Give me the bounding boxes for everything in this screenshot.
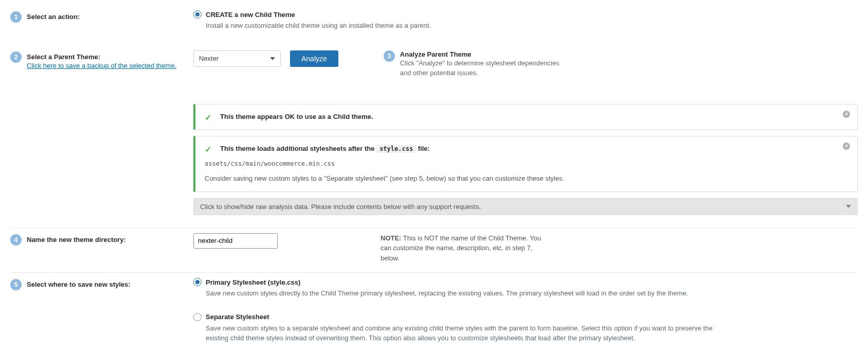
step-2-label: Select a Parent Theme: [27, 51, 176, 61]
section-name-directory: 4 Name the new theme directory: NOTE: Th… [10, 228, 858, 273]
step-4-label: Name the new theme directory: [27, 234, 126, 243]
step-1-content: CREATE a new Child Theme Install a new c… [193, 10, 858, 31]
check-icon: ✓ [205, 144, 211, 156]
analysis-alerts: ✓ This theme appears OK to use as a Chil… [193, 104, 858, 192]
chevron-down-icon [270, 57, 275, 60]
step-5-label: Select where to save new styles: [27, 279, 131, 288]
check-icon: ✓ [205, 112, 211, 125]
analyze-button[interactable]: Analyze [290, 50, 338, 67]
close-icon[interactable]: ✕ [843, 143, 850, 150]
theme-directory-input[interactable] [193, 233, 278, 249]
step-4-content: NOTE: This is NOT the name of the Child … [193, 233, 858, 264]
step-5-badge: 5 [10, 279, 22, 290]
alert2-para: Consider saving new custom styles to a "… [205, 173, 837, 184]
radio-icon [193, 313, 202, 321]
toggle-text: Click to show/hide raw analysis data. Pl… [200, 203, 481, 211]
alert-ok-text: This theme appears OK to use as a Child … [220, 113, 373, 120]
step-2-content: Nexter Analyze 3 Analyze Parent Theme Cl… [193, 50, 858, 215]
alert2-suffix: file: [418, 145, 430, 152]
alert2-line: This theme loads additional stylesheets … [220, 145, 430, 152]
section-parent-theme: 2 Select a Parent Theme: Click here to s… [10, 45, 858, 228]
step-3-block: 3 Analyze Parent Theme Click "Analyze" t… [384, 50, 559, 78]
step-5-header: 5 Select where to save new styles: [10, 278, 193, 290]
parent-theme-value: Nexter [199, 55, 219, 62]
step-2-badge: 2 [10, 51, 22, 63]
directory-note: NOTE: This is NOT the name of the Child … [381, 233, 550, 264]
note-label: NOTE: [381, 234, 401, 242]
step-3-desc: Click "Analyze" to determine stylesheet … [400, 58, 559, 78]
step-3-badge: 3 [384, 50, 395, 62]
primary-label: Primary Stylesheet (style.css) [206, 278, 300, 286]
radio-create-child-theme[interactable]: CREATE a new Child Theme [193, 10, 858, 19]
parent-theme-select[interactable]: Nexter [193, 50, 281, 67]
step-4-header: 4 Name the new theme directory: [10, 233, 193, 246]
close-icon[interactable]: ✕ [843, 111, 850, 118]
code-style-css: style.css [376, 145, 416, 153]
toggle-raw-analysis[interactable]: Click to show/hide raw analysis data. Pl… [193, 198, 858, 215]
section-save-styles: 5 Select where to save new styles: Prima… [10, 273, 858, 349]
alert2-prefix: This theme loads additional stylesheets … [220, 145, 376, 152]
separate-label: Separate Stylesheet [206, 313, 269, 321]
section-select-action: 1 Select an action: CREATE a new Child T… [10, 5, 858, 45]
radio-icon [193, 278, 202, 286]
step-1-header: 1 Select an action: [10, 10, 193, 23]
step-5-content: Primary Stylesheet (style.css) Save new … [193, 278, 858, 343]
chevron-down-icon [846, 205, 851, 208]
separate-desc: Save new custom styles to a separate sty… [206, 323, 720, 343]
step-1-badge: 1 [10, 11, 22, 23]
radio-icon [193, 10, 202, 19]
radio-primary-stylesheet[interactable]: Primary Stylesheet (style.css) [193, 278, 858, 286]
step-3-title: Analyze Parent Theme [400, 50, 559, 58]
step-1-label: Select an action: [27, 11, 80, 21]
primary-desc: Save new custom styles directly to the C… [206, 288, 858, 299]
alert-theme-ok: ✓ This theme appears OK to use as a Chil… [193, 104, 858, 130]
note-text: This is NOT the name of the Child Theme.… [381, 234, 541, 262]
radio-separate-stylesheet[interactable]: Separate Stylesheet [193, 313, 858, 321]
backup-link[interactable]: Click here to save a backup of the selec… [27, 62, 176, 69]
alert-additional-stylesheets: ✓ This theme loads additional stylesheet… [193, 136, 858, 192]
radio-create-label: CREATE a new Child Theme [206, 11, 295, 19]
stylesheet-path: assets/css/main/woocommerce.min.css [205, 159, 837, 169]
step-4-badge: 4 [10, 234, 22, 246]
step-2-header: 2 Select a Parent Theme: Click here to s… [10, 50, 193, 69]
radio-create-desc: Install a new customizable child theme u… [206, 21, 858, 31]
